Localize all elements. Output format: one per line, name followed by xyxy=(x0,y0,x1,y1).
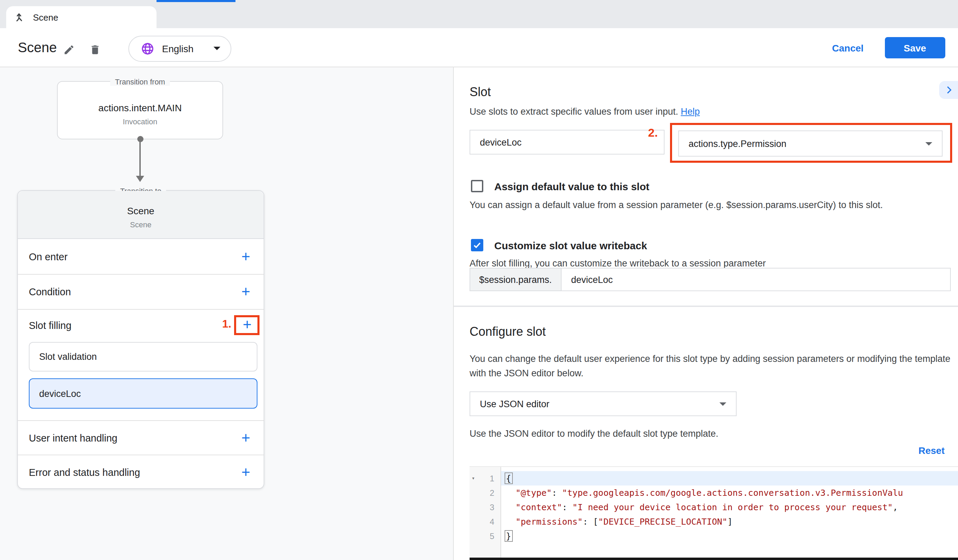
editor-line-number: ▾1 xyxy=(469,471,500,485)
tab-strip: Scene xyxy=(0,0,958,28)
dropdown-arrow-icon xyxy=(719,402,726,406)
editor-code-line[interactable]: "@type": "type.googleapis.com/google.act… xyxy=(501,485,958,500)
editor-mode-dropdown[interactable]: Use JSON editor xyxy=(469,392,737,416)
annotation-step-2: 2. xyxy=(648,126,658,140)
reset-link[interactable]: Reset xyxy=(910,445,945,456)
row-on-enter: On enter + xyxy=(18,239,263,274)
language-selector[interactable]: English xyxy=(128,35,232,62)
checkmark-icon xyxy=(472,240,482,250)
section-divider xyxy=(454,305,958,307)
intent-type: Invocation xyxy=(58,117,222,126)
error-handling-label: Error and status handling xyxy=(29,467,140,478)
scene-card-header[interactable]: Scene Scene xyxy=(18,191,263,239)
row-user-intent: User intent handling + xyxy=(18,420,263,455)
transition-from-legend: Transition from xyxy=(110,78,170,86)
tab-scene-label: Scene xyxy=(33,12,58,22)
help-link[interactable]: Help xyxy=(680,106,700,117)
assign-default-label: Assign default value to this slot xyxy=(494,181,649,192)
slot-name-value: deviceLoc xyxy=(480,137,522,147)
annotation-step-1: 1. xyxy=(222,318,232,330)
active-nav-underline xyxy=(157,0,235,2)
add-slot-button[interactable]: + xyxy=(239,317,255,333)
edit-scene-button[interactable] xyxy=(60,41,77,58)
add-on-enter-button[interactable]: + xyxy=(238,248,254,265)
slot-intro: Use slots to extract specific values fro… xyxy=(469,105,700,119)
collapse-panel-button[interactable] xyxy=(939,81,958,99)
assign-default-checkbox[interactable] xyxy=(471,180,483,192)
editor-line-number: 3 xyxy=(469,500,500,514)
on-enter-label: On enter xyxy=(29,251,68,262)
editor-line-number: 2 xyxy=(469,485,500,500)
dropdown-arrow-icon xyxy=(925,142,932,145)
scene-card: Transition to Scene Scene On enter + Con… xyxy=(17,190,264,489)
slot-name-input[interactable]: deviceLoc xyxy=(469,130,665,154)
writeback-param-input[interactable]: $session.params. deviceLoc xyxy=(469,268,951,291)
writeback-checkbox[interactable] xyxy=(471,239,483,251)
editor-code-line[interactable]: } xyxy=(501,529,958,543)
slot-validation-label: Slot validation xyxy=(39,351,97,362)
cancel-button[interactable]: Cancel xyxy=(827,43,868,54)
slot-type-value: actions.type.Permission xyxy=(688,138,787,149)
slot-deviceloc-item[interactable]: deviceLoc xyxy=(29,378,257,409)
trash-icon xyxy=(89,44,101,55)
editor-code[interactable]: {"@type": "type.googleapis.com/google.ac… xyxy=(501,467,958,558)
json-editor: ▾12345 {"@type": "type.googleapis.com/go… xyxy=(469,466,958,558)
editor-code-line[interactable]: "context": "I need your device location … xyxy=(501,500,958,514)
editor-code-line[interactable]: "permissions": ["DEVICE_PRECISE_LOCATION… xyxy=(501,514,958,529)
editor-bottom-bar xyxy=(469,558,958,560)
editor-line-number: 5 xyxy=(469,529,500,543)
user-intent-label: User intent handling xyxy=(29,433,117,444)
writeback-value: deviceLoc xyxy=(571,274,613,285)
chevron-down-icon xyxy=(214,47,220,50)
editor-code-line[interactable]: { xyxy=(501,471,958,485)
connector-arrowhead-icon xyxy=(136,176,144,182)
editor-gutter: ▾12345 xyxy=(469,467,501,558)
delete-scene-button[interactable] xyxy=(87,41,103,58)
scene-editor-page: Scene Scene English Cancel Save Transiti… xyxy=(0,0,958,560)
intent-name: actions.intent.MAIN xyxy=(58,102,222,113)
header-bar: Scene English Cancel Save xyxy=(0,28,958,67)
editor-mode-value: Use JSON editor xyxy=(480,399,550,409)
add-condition-button[interactable]: + xyxy=(238,284,254,300)
slot-filling-label: Slot filling xyxy=(29,320,71,331)
slot-deviceloc-label: deviceLoc xyxy=(39,388,81,399)
editor-hint: Use the JSON editor to modify the defaul… xyxy=(469,427,718,441)
language-label: English xyxy=(162,43,194,54)
scene-merge-icon xyxy=(14,12,25,23)
pencil-icon xyxy=(63,44,75,55)
tab-scene[interactable]: Scene xyxy=(6,6,157,28)
row-condition: Condition + xyxy=(18,274,263,309)
connector-line xyxy=(140,141,141,176)
save-button[interactable]: Save xyxy=(885,37,945,59)
add-user-intent-button[interactable]: + xyxy=(238,430,254,446)
transition-from-box[interactable]: Transition from actions.intent.MAIN Invo… xyxy=(57,81,223,140)
scene-card-title: Scene xyxy=(18,205,263,216)
slot-filling-section: Slot filling 1. + Slot validation device… xyxy=(18,309,263,420)
configure-slot-intro: You can change the default user experien… xyxy=(469,352,954,381)
configure-slot-heading: Configure slot xyxy=(469,325,546,339)
writeback-prefix: $session.params. xyxy=(470,268,561,290)
condition-label: Condition xyxy=(29,286,71,297)
chevron-right-icon xyxy=(944,85,953,95)
slot-validation-item[interactable]: Slot validation xyxy=(29,342,257,371)
slot-heading: Slot xyxy=(469,85,491,100)
add-error-handling-button[interactable]: + xyxy=(238,464,254,481)
editor-line-number: 4 xyxy=(469,514,500,529)
assign-default-hint: You can assign a default value from a se… xyxy=(469,198,883,212)
row-error-handling: Error and status handling + xyxy=(18,455,263,490)
scene-card-subtitle: Scene xyxy=(18,221,263,228)
globe-icon xyxy=(141,41,154,55)
fold-arrow-icon[interactable]: ▾ xyxy=(472,475,475,481)
slot-intro-text: Use slots to extract specific values fro… xyxy=(469,106,680,117)
slot-type-dropdown[interactable]: actions.type.Permission xyxy=(678,130,942,157)
page-title: Scene xyxy=(18,40,57,56)
writeback-label: Customize slot value writeback xyxy=(494,240,647,251)
